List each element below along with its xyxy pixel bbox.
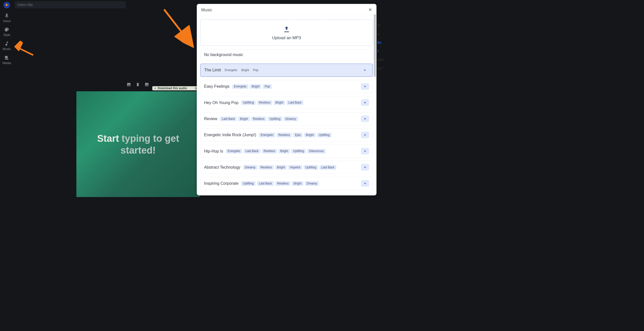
- music-track-row[interactable]: ReviewLaid BackBrightRestlessUpliftingDr…: [200, 112, 373, 125]
- track-tag: Bright: [238, 116, 250, 121]
- music-track-row[interactable]: Abstract TechnologyDreamyRestlessBrightH…: [200, 161, 373, 174]
- play-button[interactable]: [361, 67, 369, 73]
- track-tag: Pop: [252, 68, 260, 72]
- track-tag: Laid Back: [244, 149, 261, 153]
- track-tag: Laid Back: [319, 165, 336, 169]
- video-canvas[interactable]: Start typing to get started!: [76, 91, 200, 197]
- track-tags: EnergeticRestlessEpicBrightUplifting: [259, 133, 331, 137]
- track-tag: Laid Back: [287, 100, 303, 105]
- video-title-bar: [15, 1, 126, 9]
- track-tag: Restless: [257, 100, 272, 105]
- music-panel: Music ✕ Upload an MP3 No background musi…: [197, 4, 376, 195]
- track-tag: Restless: [251, 116, 266, 121]
- sidebar-item-label: Style: [3, 33, 10, 37]
- music-track-row[interactable]: Energetic Indie Rock (Jump!)EnergeticRes…: [200, 128, 373, 141]
- track-tag: Restless: [259, 165, 274, 169]
- track-tags: Laid BackBrightRestlessUpliftingDreamy: [220, 116, 298, 121]
- track-title: Review: [204, 116, 217, 121]
- image-landscape-icon[interactable]: [127, 82, 131, 87]
- sidebar-item-label: Media: [3, 61, 11, 65]
- track-title: Energetic Indie Rock (Jump!): [204, 133, 256, 137]
- music-note-icon: [4, 41, 9, 46]
- image-square-icon[interactable]: [144, 82, 149, 87]
- play-icon: [364, 166, 367, 169]
- download-audio-banner[interactable]: Download this audio ? X: [152, 86, 200, 90]
- track-tag: Glamorous: [307, 149, 326, 153]
- track-tag: Restless: [277, 133, 292, 137]
- upload-mp3-box[interactable]: Upload an MP3: [200, 19, 373, 46]
- track-tag: Energetic: [259, 133, 275, 137]
- music-track-row[interactable]: Easy FeelingsEnergeticBrightPop: [200, 80, 373, 93]
- track-tag: Restless: [275, 181, 291, 186]
- close-button[interactable]: ✕: [368, 7, 372, 13]
- track-tag: Restless: [262, 149, 277, 153]
- media-icon: [4, 55, 9, 60]
- music-track-row[interactable]: Inspiring CorporateUpliftingLaid BackRes…: [200, 177, 373, 190]
- obscured-right-panel: to a ks l vide art?: [377, 21, 383, 73]
- play-icon: [364, 150, 367, 153]
- track-tag: Bright: [250, 84, 261, 89]
- music-track-row[interactable]: Street FoodLaid BackDreamyBrightRelaxing…: [200, 193, 373, 196]
- sidebar-item-music[interactable]: Music: [3, 41, 11, 51]
- scrollbar[interactable]: [374, 14, 376, 77]
- canvas-toolbar: [127, 82, 149, 87]
- music-panel-title: Music: [201, 7, 212, 12]
- video-title-input[interactable]: [17, 3, 124, 7]
- track-tag: Laid Back: [257, 181, 274, 186]
- svg-rect-1: [137, 83, 139, 86]
- microphone-icon: [4, 13, 9, 18]
- track-tag: Epic: [293, 133, 303, 137]
- track-tag: Pop: [263, 84, 272, 89]
- music-track-row[interactable]: The LimitEnergeticBrightPop: [200, 64, 373, 77]
- play-button[interactable]: [361, 132, 369, 138]
- play-icon: [154, 87, 156, 90]
- play-button[interactable]: [361, 164, 369, 170]
- no-music-label: No background music: [204, 53, 243, 57]
- play-icon: [364, 69, 367, 72]
- track-tags: EnergeticLaid BackRestlessBrightUpliftin…: [226, 149, 326, 153]
- track-title: The Limit: [204, 68, 221, 72]
- play-icon: [364, 85, 367, 88]
- track-title: Abstract Technology: [204, 165, 240, 169]
- track-tag: Dreamy: [284, 116, 298, 121]
- sidebar-item-media[interactable]: Media: [3, 55, 11, 65]
- play-button[interactable]: [361, 148, 369, 154]
- track-tags: UpliftingRestlessBrightLaid Back: [241, 100, 303, 105]
- track-tag: Bright: [275, 165, 287, 169]
- app-logo[interactable]: [3, 2, 11, 9]
- sidebar-item-label: Music: [3, 47, 11, 51]
- sidebar-item-style[interactable]: Style: [3, 27, 10, 37]
- image-portrait-icon[interactable]: [136, 82, 140, 87]
- track-tag: Energetic: [226, 149, 242, 153]
- music-panel-body: Upload an MP3 No background music The Li…: [197, 16, 376, 195]
- no-background-music-option[interactable]: No background music: [200, 49, 373, 60]
- music-track-row[interactable]: Hip-Hop IsEnergeticLaid BackRestlessBrig…: [200, 145, 373, 158]
- track-tag: Energetic: [232, 84, 249, 89]
- music-panel-header: Music ✕: [197, 4, 376, 16]
- track-tag: Bright: [304, 133, 315, 137]
- track-tag: Bright: [278, 149, 290, 153]
- track-tag: Bright: [240, 68, 251, 72]
- music-track-row[interactable]: Hey Oh Young PopUpliftingRestlessBrightL…: [200, 96, 373, 109]
- track-tag: Uplifting: [304, 165, 318, 169]
- play-button[interactable]: [361, 116, 369, 122]
- play-icon: [364, 101, 367, 104]
- track-tags: EnergeticBrightPop: [224, 68, 260, 72]
- track-tag: Hopeful: [288, 165, 302, 169]
- track-tag: Dreamy: [305, 181, 319, 186]
- play-button[interactable]: [361, 180, 369, 187]
- play-button[interactable]: [361, 99, 369, 106]
- track-tag: Dreamy: [243, 165, 257, 169]
- track-title: Inspiring Corporate: [204, 181, 238, 186]
- track-tag: Uplifting: [317, 133, 332, 137]
- sidebar-item-voice[interactable]: Voice: [3, 13, 11, 23]
- track-tag: Uplifting: [241, 100, 256, 105]
- track-title: Easy Feelings: [204, 84, 229, 89]
- sidebar: Voice Style Music Media: [0, 0, 14, 197]
- track-tags: EnergeticBrightPop: [232, 84, 272, 89]
- play-icon: [364, 133, 367, 136]
- play-button[interactable]: [361, 83, 369, 90]
- track-title: Hip-Hop Is: [204, 149, 223, 153]
- track-tag: Uplifting: [241, 181, 256, 186]
- upload-mp3-label: Upload an MP3: [272, 36, 301, 40]
